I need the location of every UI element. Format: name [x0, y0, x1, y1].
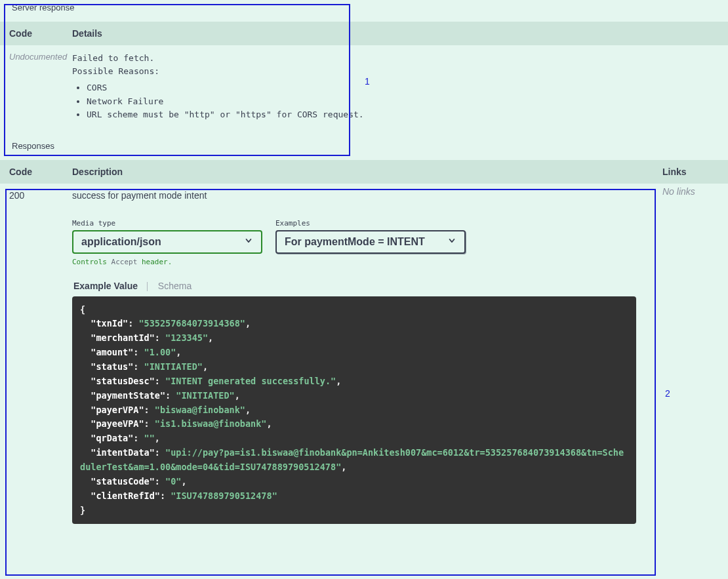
server-response-title: Server response — [0, 0, 728, 16]
reason-item: CORS — [87, 81, 728, 94]
examples-value: For paymentMode = INTENT — [285, 236, 425, 248]
responses-table: Code Description Links 200 success for p… — [0, 160, 728, 531]
server-response-header-row: Code Details — [0, 22, 728, 45]
reasons-label: Possible Reasons: — [72, 65, 728, 78]
examples-select[interactable]: For paymentMode = INTENT — [275, 230, 466, 254]
server-response-table: Code Details Undocumented Failed to fetc… — [0, 22, 728, 129]
status-code-200: 200 — [0, 184, 72, 531]
tab-separator — [147, 282, 148, 291]
col-header-code: Code — [0, 22, 72, 45]
col-header-description: Description — [72, 160, 662, 184]
media-type-label: Media type — [72, 219, 262, 228]
col-header-links: Links — [662, 160, 728, 184]
chevron-down-icon — [244, 236, 253, 248]
reason-item: Network Failure — [87, 95, 728, 108]
tab-schema[interactable]: Schema — [157, 279, 193, 292]
example-tabs: Example Value Schema — [72, 279, 662, 292]
example-json-block[interactable]: { "txnId": "535257684073914368", "mercha… — [72, 296, 636, 525]
response-code-undocumented: Undocumented — [0, 45, 72, 129]
response-details: Failed to fetch. Possible Reasons: CORS … — [72, 45, 728, 129]
accept-hint: Controls Accept header. — [72, 258, 262, 266]
media-type-select[interactable]: application/json — [72, 230, 262, 254]
col-header-details: Details — [72, 22, 728, 45]
responses-header-row: Code Description Links — [0, 160, 728, 184]
examples-wrap: Examples For paymentMode = INTENT — [275, 219, 466, 254]
tab-example-value[interactable]: Example Value — [72, 279, 139, 292]
response-description-cell: success for payment mode intent Media ty… — [72, 184, 662, 531]
responses-row-200: 200 success for payment mode intent Medi… — [0, 184, 728, 531]
media-type-wrap: Media type application/json Controls Acc… — [72, 219, 262, 266]
selectors-row: Media type application/json Controls Acc… — [72, 219, 662, 266]
server-response-row: Undocumented Failed to fetch. Possible R… — [0, 45, 728, 129]
fail-message: Failed to fetch. — [72, 52, 728, 65]
reason-item: URL scheme must be "http" or "https" for… — [87, 108, 728, 121]
chevron-down-icon — [447, 236, 456, 248]
col-header-code2: Code — [0, 160, 72, 184]
examples-label: Examples — [275, 219, 466, 228]
media-type-value: application/json — [81, 236, 161, 248]
response-description-text: success for payment mode intent — [72, 190, 662, 201]
no-links: No links — [662, 184, 728, 531]
reasons-list: CORS Network Failure URL scheme must be … — [72, 81, 728, 121]
responses-title: Responses — [0, 129, 728, 155]
